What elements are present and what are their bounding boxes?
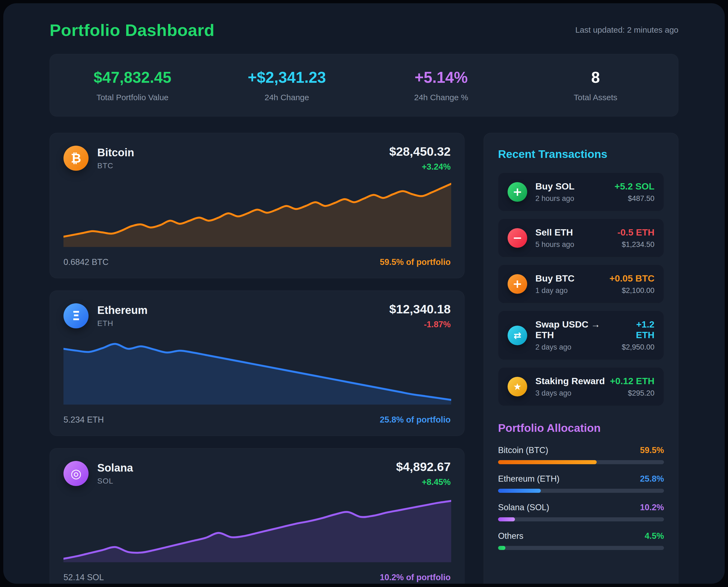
ethereum-sparkline-chart bbox=[64, 339, 451, 405]
stat-24h-change-percent: +5.14% 24h Change % bbox=[364, 68, 519, 102]
transaction-buy-sol[interactable]: + Buy SOL 2 hours ago +5.2 SOL $487.50 bbox=[498, 172, 664, 211]
allocation-bar-fill bbox=[498, 546, 505, 550]
allocation-bar-fill bbox=[498, 460, 597, 464]
transaction-label: Swap USDC → ETH bbox=[536, 319, 617, 340]
transaction-time: 5 hours ago bbox=[536, 240, 574, 249]
ethereum-icon: Ξ bbox=[64, 303, 89, 328]
asset-holdings: 5.234 ETH bbox=[64, 415, 104, 425]
right-panel: Recent Transactions + Buy SOL 2 hours ag… bbox=[484, 133, 678, 584]
stat-value: +$2,341.23 bbox=[210, 68, 364, 86]
asset-card-header: Ξ Ethereum ETH $12,340.18 -1.87% bbox=[64, 302, 451, 329]
stat-total-assets: 8 Total Assets bbox=[519, 68, 673, 102]
page-title: Portfolio Dashboard bbox=[50, 20, 214, 40]
asset-price: $28,450.32 bbox=[389, 145, 451, 159]
asset-card-ethereum[interactable]: Ξ Ethereum ETH $12,340.18 -1.87% 5.234 E… bbox=[50, 290, 464, 436]
asset-card-solana[interactable]: ◎ Solana SOL $4,892.67 +8.45% 52.14 SOL … bbox=[50, 448, 464, 584]
allocation-list: Bitcoin (BTC) 59.5% Ethereum (ETH) 25.8% bbox=[498, 445, 664, 550]
transaction-label: Sell ETH bbox=[536, 227, 574, 238]
allocation-row-others: Others 4.5% bbox=[498, 531, 664, 550]
last-updated-text: Last updated: 2 minutes ago bbox=[575, 25, 678, 34]
stat-label: Total Assets bbox=[519, 93, 673, 102]
star-icon: ★ bbox=[507, 377, 527, 396]
allocation-percent: 59.5% bbox=[640, 445, 664, 455]
transaction-label: Staking Reward bbox=[536, 376, 605, 386]
transaction-usd-value: $295.20 bbox=[610, 389, 655, 398]
stat-label: Total Portfolio Value bbox=[55, 93, 210, 102]
stat-value: 8 bbox=[519, 68, 673, 86]
stat-value: +5.14% bbox=[364, 68, 519, 86]
stat-total-portfolio-value: $47,832.45 Total Portfolio Value bbox=[55, 68, 210, 102]
asset-change: +8.45% bbox=[396, 477, 451, 487]
asset-change: +3.24% bbox=[389, 162, 451, 172]
ethereum-glyph: Ξ bbox=[72, 310, 80, 322]
main-content: ₿ Bitcoin BTC $28,450.32 +3.24% 0.6842 B… bbox=[50, 133, 678, 584]
allocation-bar-bitcoin bbox=[498, 460, 664, 464]
portfolio-allocation-title: Portfolio Allocation bbox=[498, 422, 664, 435]
allocation-row-ethereum: Ethereum (ETH) 25.8% bbox=[498, 474, 664, 493]
minus-icon: − bbox=[507, 228, 527, 248]
transaction-amount: +1.2 ETH bbox=[617, 319, 655, 340]
solana-icon: ◎ bbox=[64, 461, 89, 486]
transaction-usd-value: $487.50 bbox=[615, 194, 655, 203]
asset-holdings: 52.14 SOL bbox=[64, 572, 104, 582]
transaction-time: 2 hours ago bbox=[536, 194, 575, 203]
stat-value: $47,832.45 bbox=[55, 68, 210, 86]
asset-portfolio-share: 10.2% of portfolio bbox=[380, 572, 451, 582]
asset-portfolio-share: 25.8% of portfolio bbox=[380, 415, 451, 425]
allocation-percent: 4.5% bbox=[645, 531, 664, 541]
bitcoin-sparkline-chart bbox=[64, 182, 451, 247]
allocation-label: Ethereum (ETH) bbox=[498, 474, 560, 484]
transaction-swap-usdc-eth[interactable]: ⇄ Swap USDC → ETH 2 days ago +1.2 ETH $2… bbox=[498, 311, 664, 360]
asset-symbol: ETH bbox=[97, 319, 148, 328]
asset-change: -1.87% bbox=[389, 320, 451, 329]
asset-portfolio-share: 59.5% of portfolio bbox=[380, 257, 451, 267]
stat-24h-change: +$2,341.23 24h Change bbox=[210, 68, 364, 102]
asset-symbol: BTC bbox=[97, 161, 134, 170]
bitcoin-icon: ₿ bbox=[64, 146, 89, 171]
transaction-amount: +0.05 BTC bbox=[610, 273, 655, 284]
stat-label: 24h Change % bbox=[364, 93, 519, 102]
asset-name: Bitcoin bbox=[97, 146, 134, 159]
asset-symbol: SOL bbox=[97, 477, 133, 486]
allocation-label: Solana (SOL) bbox=[498, 502, 549, 512]
swap-arrows-icon: ⇄ bbox=[507, 326, 527, 345]
transaction-time: 3 days ago bbox=[536, 389, 605, 398]
transaction-staking-reward[interactable]: ★ Staking Reward 3 days ago +0.12 ETH $2… bbox=[498, 367, 664, 406]
allocation-percent: 25.8% bbox=[640, 474, 664, 484]
transaction-amount: -0.5 ETH bbox=[617, 227, 655, 238]
allocation-bar-solana bbox=[498, 517, 664, 521]
stat-label: 24h Change bbox=[210, 93, 364, 102]
asset-price: $4,892.67 bbox=[396, 460, 451, 474]
asset-card-bitcoin[interactable]: ₿ Bitcoin BTC $28,450.32 +3.24% 0.6842 B… bbox=[50, 133, 464, 278]
asset-name: Ethereum bbox=[97, 304, 148, 316]
asset-price: $12,340.18 bbox=[389, 302, 451, 316]
allocation-bar-ethereum bbox=[498, 489, 664, 493]
transaction-time: 2 days ago bbox=[536, 343, 617, 352]
stats-bar: $47,832.45 Total Portfolio Value +$2,341… bbox=[50, 54, 678, 117]
transaction-sell-eth[interactable]: − Sell ETH 5 hours ago -0.5 ETH $1,234.5… bbox=[498, 219, 664, 257]
allocation-label: Bitcoin (BTC) bbox=[498, 445, 548, 455]
transaction-usd-value: $2,100.00 bbox=[610, 286, 655, 295]
transaction-amount: +5.2 SOL bbox=[615, 181, 655, 192]
solana-sparkline-chart bbox=[64, 497, 451, 562]
allocation-label: Others bbox=[498, 531, 523, 541]
dashboard-root: Portfolio Dashboard Last updated: 2 minu… bbox=[3, 3, 725, 584]
transaction-usd-value: $1,234.50 bbox=[617, 240, 655, 249]
bitcoin-glyph: ₿ bbox=[71, 152, 81, 164]
transaction-time: 1 day ago bbox=[536, 286, 575, 295]
transaction-amount: +0.12 ETH bbox=[610, 376, 655, 386]
header: Portfolio Dashboard Last updated: 2 minu… bbox=[50, 19, 678, 41]
solana-glyph: ◎ bbox=[71, 467, 82, 480]
allocation-bar-fill bbox=[498, 517, 515, 521]
transaction-usd-value: $2,950.00 bbox=[617, 343, 655, 352]
asset-card-header: ◎ Solana SOL $4,892.67 +8.45% bbox=[64, 460, 451, 487]
asset-card-header: ₿ Bitcoin BTC $28,450.32 +3.24% bbox=[64, 145, 451, 172]
transaction-buy-btc[interactable]: + Buy BTC 1 day ago +0.05 BTC $2,100.00 bbox=[498, 265, 664, 303]
recent-transactions-title: Recent Transactions bbox=[498, 148, 664, 161]
asset-name: Solana bbox=[97, 462, 133, 474]
allocation-bar-fill bbox=[498, 489, 541, 493]
transaction-label: Buy SOL bbox=[536, 181, 575, 192]
allocation-row-bitcoin: Bitcoin (BTC) 59.5% bbox=[498, 445, 664, 464]
allocation-row-solana: Solana (SOL) 10.2% bbox=[498, 502, 664, 521]
allocation-bar-others bbox=[498, 546, 664, 550]
